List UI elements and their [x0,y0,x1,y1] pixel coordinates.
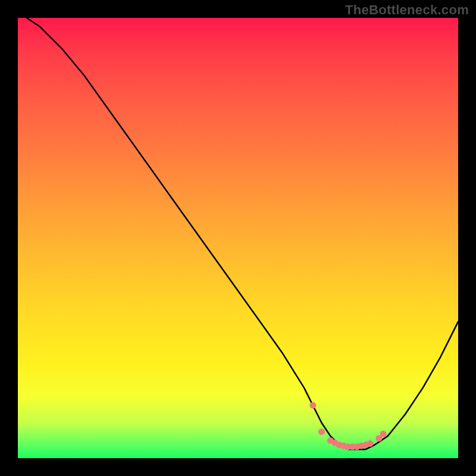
optimal-marker [367,440,374,447]
curve-layer [18,18,458,458]
chart-frame: TheBottleneck.com [0,0,476,476]
optimal-marker [380,431,387,437]
optimal-marker [309,402,316,409]
optimal-range-markers [309,402,386,450]
watermark-text: TheBottleneck.com [345,2,469,18]
plot-area [18,18,458,458]
optimal-marker [318,428,325,435]
bottleneck-curve [27,18,458,449]
